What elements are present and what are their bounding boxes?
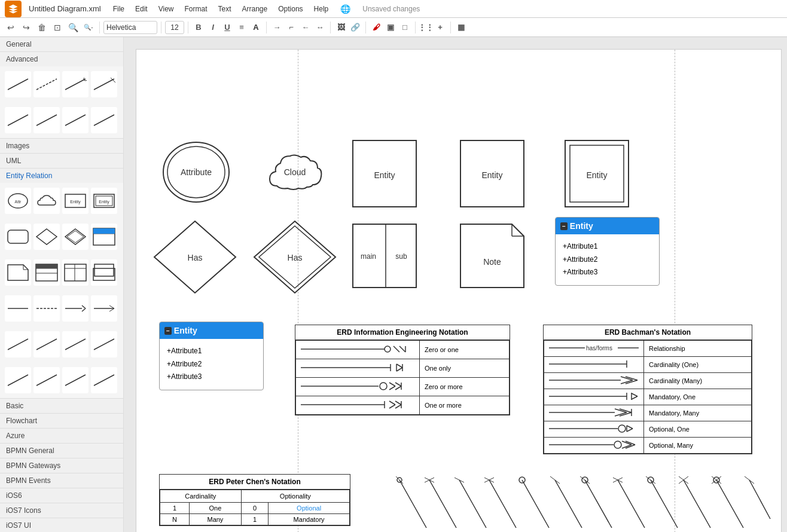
font-selector[interactable] xyxy=(103,21,157,34)
bold-button[interactable]: B xyxy=(192,21,205,34)
entity-plain-box[interactable]: Entity xyxy=(352,139,417,208)
menu-help[interactable]: Help xyxy=(309,4,334,14)
sidebar-item-images[interactable]: Images xyxy=(0,139,123,153)
chen-row-1: 1 One 0 Optional xyxy=(160,503,350,514)
er-shape-wide-table[interactable] xyxy=(62,259,89,286)
sidebar-item-ios7-ui[interactable]: iOS7 UI xyxy=(0,518,123,532)
grid-button[interactable]: ⋮⋮ xyxy=(419,21,432,34)
app-bar: Untitled Diagram.xml File Edit View Form… xyxy=(0,0,787,18)
er-diag3[interactable] xyxy=(62,331,89,357)
er-line-1[interactable] xyxy=(5,295,31,322)
er-shape-table[interactable] xyxy=(91,224,117,250)
font-color-button[interactable]: A xyxy=(249,21,263,34)
svg-line-51 xyxy=(94,375,114,386)
has-diamond-2[interactable]: Has xyxy=(253,220,337,295)
blue-entity-left[interactable]: − Entity +Attribute1 +Attribute2 +Attrib… xyxy=(159,322,264,423)
shape-diag7[interactable] xyxy=(62,107,89,133)
has-diamond-1[interactable]: Has xyxy=(153,220,237,295)
sidebar-item-general[interactable]: General xyxy=(0,37,123,51)
sidebar-item-entity-relation[interactable]: Entity Relation xyxy=(0,169,123,183)
er-shape-double-table[interactable] xyxy=(91,259,117,286)
image-button[interactable]: 🖼 xyxy=(334,21,347,34)
svg-text:Entity: Entity xyxy=(99,200,109,204)
menu-options[interactable]: Options xyxy=(273,4,307,14)
sidebar-item-bpmn-general[interactable]: BPMN General xyxy=(0,444,123,458)
svg-rect-34 xyxy=(93,268,115,280)
shape-diag3[interactable] xyxy=(62,71,89,97)
italic-button[interactable]: I xyxy=(206,21,219,34)
rect-button[interactable]: □ xyxy=(398,21,411,34)
er-line-4[interactable] xyxy=(91,295,117,322)
connector-button[interactable]: ⌐ xyxy=(285,21,298,34)
split-entity-shape[interactable]: main sub xyxy=(352,223,417,289)
sidebar-item-ios7-icons[interactable]: iOS7 Icons xyxy=(0,503,123,518)
menu-edit[interactable]: Edit xyxy=(130,4,152,14)
panel-button[interactable]: ▦ xyxy=(454,21,468,34)
ie-notation-table: ERD Information Engineering Notation xyxy=(295,325,510,415)
link-button[interactable]: 🔗 xyxy=(349,21,362,34)
er-shape-note[interactable] xyxy=(5,259,31,286)
er-shape-diamond-double[interactable] xyxy=(62,224,89,250)
er-diag6[interactable] xyxy=(33,367,60,393)
sidebar-item-azure[interactable]: Azure xyxy=(0,429,123,443)
er-shape-table2[interactable] xyxy=(33,259,60,286)
er-diag8[interactable] xyxy=(91,367,117,393)
shape-diag5[interactable] xyxy=(5,107,31,133)
arrow-right-button[interactable]: → xyxy=(270,21,283,34)
blue-entity-right[interactable]: − Entity +Attribute1 +Attribute2 +Attrib… xyxy=(555,217,660,319)
er-diag2[interactable] xyxy=(33,331,60,357)
underline-button[interactable]: U xyxy=(221,21,234,34)
font-size-input[interactable] xyxy=(165,21,184,34)
shape-diag2[interactable] xyxy=(33,71,60,97)
sidebar-item-basic[interactable]: Basic xyxy=(0,399,123,413)
cloud-shape[interactable]: Cloud xyxy=(265,144,325,201)
menu-arrange[interactable]: Arrange xyxy=(237,4,273,14)
undo-button[interactable]: ↩ xyxy=(4,20,18,35)
fill-bg-button[interactable]: ▣ xyxy=(384,21,397,34)
fit-button[interactable]: ⊡ xyxy=(50,20,65,35)
arrow-both-button[interactable]: ↔ xyxy=(313,21,327,34)
note-shape[interactable]: Note xyxy=(459,223,525,289)
er-shape-diamond[interactable] xyxy=(33,224,60,250)
menu-text[interactable]: Text xyxy=(213,4,236,14)
er-line-3[interactable] xyxy=(62,295,89,322)
shape-diag8[interactable] xyxy=(91,107,117,133)
menu-file[interactable]: File xyxy=(108,4,129,14)
sidebar-item-bpmn-gateways[interactable]: BPMN Gateways xyxy=(0,458,123,473)
er-diag7[interactable] xyxy=(62,367,89,393)
shape-diag1[interactable] xyxy=(5,71,31,97)
entity-double-box[interactable]: Entity xyxy=(564,139,630,208)
attribute-shape[interactable]: Attribute xyxy=(160,139,232,205)
align-button[interactable]: ≡ xyxy=(235,21,248,34)
menu-bar: File Edit View Format Text Arrange Optio… xyxy=(108,4,334,14)
canvas-area[interactable]: Attribute Cloud Entity xyxy=(124,37,787,532)
menu-format[interactable]: Format xyxy=(179,4,212,14)
fill-color-button[interactable]: 🖌 xyxy=(370,21,383,34)
zoom-out-button[interactable]: 🔍- xyxy=(81,20,96,35)
er-diag4[interactable] xyxy=(91,331,117,357)
er-diag1[interactable] xyxy=(5,331,31,357)
menu-view[interactable]: View xyxy=(154,4,179,14)
redo-button[interactable]: ↪ xyxy=(19,20,33,35)
sidebar-item-bpmn-events[interactable]: BPMN Events xyxy=(0,473,123,488)
arrow-left-button[interactable]: ← xyxy=(299,21,312,34)
zoom-in-button[interactable]: 🔍 xyxy=(66,20,80,35)
shape-diag4[interactable] xyxy=(91,71,117,97)
entity-plain-box2[interactable]: Entity xyxy=(459,139,525,208)
blue-entity-right-header: − Entity xyxy=(556,218,659,234)
er-shape-entity-simple[interactable]: Entity xyxy=(62,188,89,214)
er-diag5[interactable] xyxy=(5,367,31,393)
sidebar-item-flowchart[interactable]: Flowchart xyxy=(0,414,123,428)
er-shape-cloud[interactable] xyxy=(33,188,60,214)
add-button[interactable]: + xyxy=(434,21,447,34)
er-shape-attribute[interactable]: Attr xyxy=(5,188,31,214)
delete-button[interactable]: 🗑 xyxy=(35,20,49,35)
er-shape-entity-rounded[interactable] xyxy=(5,224,31,250)
shape-diag6[interactable] xyxy=(33,107,60,133)
sidebar-item-ios6[interactable]: iOS6 xyxy=(0,488,123,503)
er-shape-entity-double[interactable]: Entity xyxy=(91,188,117,214)
sidebar-item-advanced[interactable]: Advanced xyxy=(0,52,123,66)
sidebar-item-uml[interactable]: UML xyxy=(0,154,123,168)
er-line-2[interactable] xyxy=(33,295,60,322)
canvas[interactable]: Attribute Cloud Entity xyxy=(136,49,782,532)
